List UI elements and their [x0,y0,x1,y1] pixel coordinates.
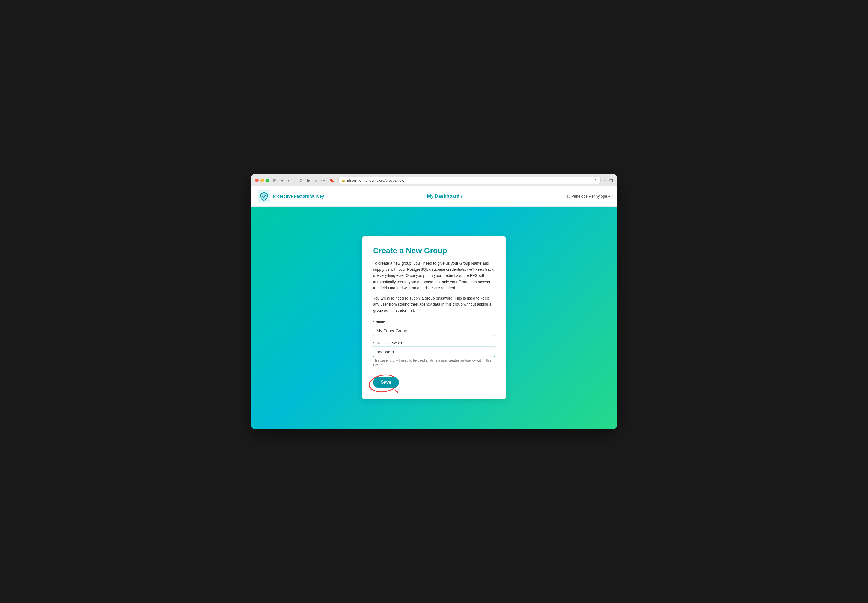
browser-window: ⊞ ▾ ‹ › ⊙ ▶ ℹ ✏ 🔖 🔒 pfsonline.friendsnrc… [251,174,617,429]
browser-top-bar: ⊞ ▾ ‹ › ⊙ ▶ ℹ ✏ 🔖 🔒 pfsonline.friendsnrc… [255,177,613,186]
close-traffic-light[interactable] [255,179,259,182]
reload-icon[interactable]: ↻ [595,178,598,182]
save-button-wrapper: Save [373,377,399,388]
nav-dropdown-icon: ▾ [461,194,463,198]
bookmark-icon[interactable]: 🔖 [328,178,336,184]
traffic-lights [255,179,269,182]
info-icon[interactable]: ℹ [314,178,318,184]
name-input[interactable] [373,326,495,336]
form-title: Create a New Group [373,246,495,255]
name-field-group: * Name [373,320,495,336]
forward-icon[interactable]: › [292,178,296,183]
form-description-2: You will also need to supply a group pas… [373,295,495,314]
app-header: Protective Factors Survey My Dashboard ▾… [251,186,617,207]
new-window-button[interactable]: ⧉ [609,178,613,183]
nav-area: My Dashboard ▾ [427,193,463,199]
play-icon[interactable]: ▶ [306,178,312,184]
password-label: * Group password [373,341,495,345]
address-bar[interactable]: 🔒 pfsonline.friendsnrc.org/groups/new ↻ [339,177,601,184]
password-hint: This password will need to be used anyti… [373,358,495,368]
url-text: pfsonline.friendsnrc.org/groups/new [347,178,404,182]
pencil-icon[interactable]: ✏ [320,178,326,184]
main-content: Create a New Group To create a new group… [251,207,617,429]
user-greeting-link[interactable]: Hi, Penelope Pennylope ▾ [566,194,610,198]
user-dropdown-icon: ▾ [608,194,610,198]
browser-controls: ⊞ ▾ ‹ › ⊙ ▶ ℹ ✏ 🔖 [272,178,336,184]
create-group-form-card: Create a New Group To create a new group… [362,237,506,399]
user-menu[interactable]: Hi, Penelope Pennylope ▾ [566,194,610,198]
new-tab-button[interactable]: + [603,178,607,183]
back-icon[interactable]: ‹ [287,178,290,183]
extensions-icon[interactable]: ⊙ [298,178,304,184]
logo-area: Protective Factors Survey [258,190,324,203]
chevron-down-icon[interactable]: ▾ [280,178,285,184]
logo-text: Protective Factors Survey [273,193,324,199]
sidebar-toggle-icon[interactable]: ⊞ [272,178,278,184]
browser-chrome: ⊞ ▾ ‹ › ⊙ ▶ ℹ ✏ 🔖 🔒 pfsonline.friendsnrc… [251,174,617,186]
minimize-traffic-light[interactable] [260,179,264,182]
password-input[interactable] [373,346,495,357]
form-description-1: To create a new group, you'll need to gi… [373,260,495,291]
maximize-traffic-light[interactable] [266,179,269,182]
password-field-group: * Group password This password will need… [373,341,495,368]
lock-icon: 🔒 [342,179,345,182]
save-button[interactable]: Save [373,377,399,388]
name-label: * Name [373,320,495,324]
my-dashboard-link[interactable]: My Dashboard ▾ [427,193,463,199]
logo-icon [258,190,270,203]
